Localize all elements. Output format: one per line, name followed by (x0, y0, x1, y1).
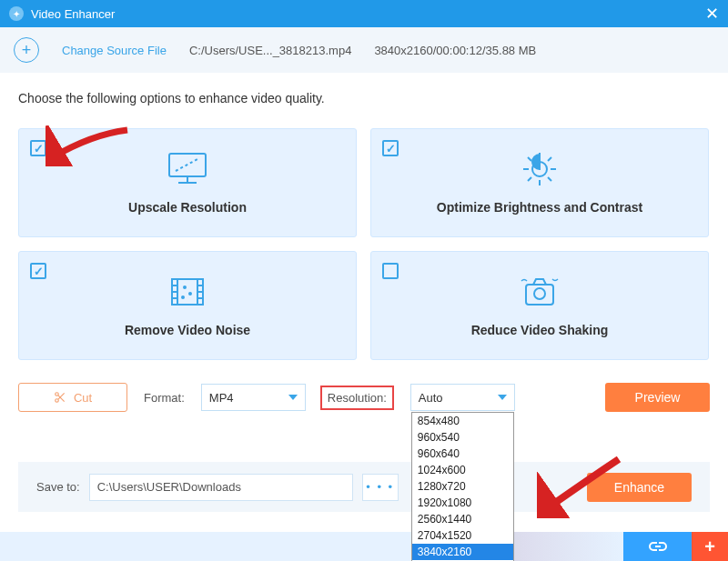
bottom-strip: + (0, 532, 728, 561)
resolution-dropdown[interactable]: Auto 854x480960x540960x6401024x6001280x7… (410, 384, 515, 411)
titlebar: Video Enhancer ✕ (0, 0, 728, 27)
source-path: C:/Users/USE..._3818213.mp4 (189, 44, 351, 57)
app-title: Video Enhancer (31, 7, 115, 21)
cut-button[interactable]: Cut (18, 383, 127, 412)
resolution-label: Resolution: (320, 386, 394, 410)
resolution-option[interactable]: 1920x1080 (412, 495, 513, 511)
source-bar: + Change Source File C:/Users/USE..._381… (0, 27, 728, 73)
scissors-icon (54, 391, 66, 404)
resolution-option[interactable]: 2560x1440 (412, 511, 513, 527)
checkbox-shaking[interactable] (382, 263, 399, 279)
resolution-value: Auto (419, 391, 443, 405)
svg-line-10 (548, 177, 551, 181)
preview-button[interactable]: Preview (605, 383, 710, 412)
svg-line-9 (528, 157, 531, 161)
annotation-arrow (46, 125, 132, 166)
annotation-arrow (537, 455, 623, 518)
svg-point-28 (56, 399, 59, 403)
svg-point-23 (189, 293, 191, 295)
svg-line-3 (176, 158, 199, 171)
chevron-down-icon (288, 395, 298, 400)
card-label: Optimize Brightness and Contrast (437, 200, 642, 215)
card-brightness-contrast[interactable]: Optimize Brightness and Contrast (370, 128, 709, 237)
svg-point-22 (184, 286, 186, 288)
bottom-strip-left (0, 532, 423, 561)
instruction-text: Choose the following options to enhance … (18, 91, 710, 105)
resolution-option[interactable]: 2704x1520 (412, 527, 513, 544)
card-label: Remove Video Noise (125, 323, 250, 337)
resolution-option-list[interactable]: 854x480960x540960x6401024x6001280x720192… (411, 412, 514, 561)
svg-point-26 (534, 288, 545, 299)
resolution-option[interactable]: 960x640 (412, 446, 513, 462)
save-to-label: Save to: (36, 480, 80, 494)
card-remove-noise[interactable]: Remove Video Noise (18, 251, 357, 360)
link-icon[interactable] (623, 532, 692, 561)
save-path-field[interactable]: C:\Users\USER\Downloads (89, 474, 353, 501)
svg-point-27 (56, 393, 59, 396)
camera-icon (517, 274, 562, 314)
checkbox-upscale[interactable] (30, 140, 46, 156)
add-file-icon[interactable]: + (14, 37, 39, 63)
checkbox-brightness[interactable] (382, 140, 399, 156)
resolution-option[interactable]: 960x540 (412, 429, 513, 446)
resolution-option[interactable]: 3840x2160 (412, 544, 513, 560)
film-icon (165, 274, 210, 314)
monitor-icon (165, 151, 210, 191)
checkbox-noise[interactable] (30, 263, 46, 279)
chevron-down-icon (498, 395, 507, 400)
format-value: MP4 (209, 391, 234, 405)
cut-label: Cut (74, 391, 92, 405)
format-label: Format: (144, 391, 185, 405)
format-dropdown[interactable]: MP4 (201, 384, 306, 411)
resolution-option[interactable]: 1024x600 (412, 462, 513, 478)
resolution-option[interactable]: 1280x720 (412, 478, 513, 495)
change-source-button[interactable]: Change Source File (62, 44, 167, 57)
browse-button[interactable]: • • • (362, 474, 399, 501)
svg-line-11 (528, 177, 531, 181)
controls-row: Cut Format: MP4 Resolution: Auto 854x480… (18, 383, 710, 412)
brightness-icon (517, 151, 562, 191)
card-label: Reduce Video Shaking (471, 323, 609, 337)
card-reduce-shaking[interactable]: Reduce Video Shaking (370, 251, 709, 360)
source-info: 3840x2160/00:00:12/35.88 MB (374, 44, 536, 57)
resolution-option[interactable]: 854x480 (412, 413, 513, 429)
svg-point-24 (182, 296, 184, 298)
add-button[interactable]: + (692, 532, 728, 561)
close-icon[interactable]: ✕ (705, 4, 719, 24)
app-logo-icon (9, 6, 24, 21)
card-label: Upscale Resolution (128, 200, 247, 215)
svg-line-12 (548, 157, 551, 161)
